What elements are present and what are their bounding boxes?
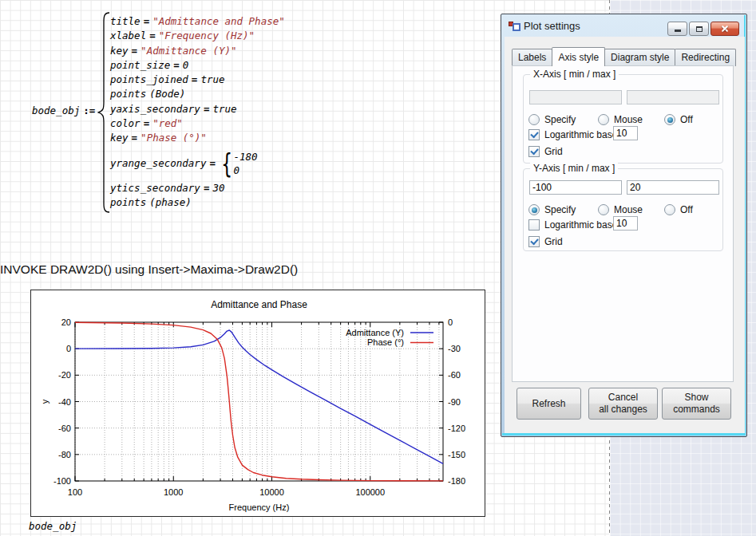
maximize-button[interactable] (689, 22, 709, 36)
x-axis-group: X-Axis [ min / max ] Specify Mouse Off (523, 74, 723, 164)
refresh-button[interactable]: Refresh (517, 388, 581, 420)
svg-text:0: 0 (448, 317, 453, 327)
tab-labels[interactable]: Labels (512, 49, 552, 66)
def-line-title: title="Admittance and Phase" (110, 14, 285, 29)
axis-style-tabpage: X-Axis [ min / max ] Specify Mouse Off (512, 65, 734, 382)
x-grid-checkbox[interactable]: Grid (528, 146, 563, 156)
svg-text:-60: -60 (58, 424, 71, 433)
y-off-radio[interactable]: Off (664, 204, 693, 215)
checkbox-icon (528, 236, 540, 247)
radio-icon (528, 204, 540, 215)
svg-text:Admittance and Phase: Admittance and Phase (211, 299, 307, 310)
svg-text:Phase (°): Phase (°) (367, 337, 404, 347)
definition-lines: title="Admittance and Phase" xlabel="Fre… (110, 14, 285, 210)
def-line-ytics-secondary: ytics_secondary=30 (110, 181, 285, 195)
dialog-title: Plot settings (524, 20, 580, 32)
close-button[interactable] (710, 22, 739, 36)
x-specify-radio[interactable]: Specify (528, 114, 576, 124)
radio-icon (598, 114, 609, 125)
result-expression[interactable]: bode_obj (29, 520, 77, 532)
svg-text:Admittance (Y): Admittance (Y) (346, 328, 404, 337)
y-grid-checkbox[interactable]: Grid (528, 236, 563, 246)
radio-icon (528, 114, 540, 125)
radio-icon (664, 114, 675, 125)
assign-operator: := (80, 104, 95, 116)
svg-text:0: 0 (66, 344, 71, 353)
tab-redirecting[interactable]: Redirecting (675, 49, 736, 66)
def-line-pointsize: point_size=0 (110, 58, 285, 73)
minimize-button[interactable] (667, 22, 687, 36)
svg-text:100000: 100000 (355, 487, 385, 497)
radio-icon (664, 204, 675, 215)
checkbox-icon (528, 219, 540, 231)
checkbox-icon (528, 146, 540, 157)
definition-variable: bode_obj (32, 104, 80, 116)
y-logarithmic-checkbox[interactable]: Logarithmic base (528, 219, 617, 230)
x-log-base-input[interactable] (613, 126, 638, 140)
svg-text:-180: -180 (448, 476, 465, 486)
def-line-yrange-secondary: yrange_secondary= { -1800 (110, 146, 285, 181)
minimize-icon (675, 30, 681, 32)
svg-text:-60: -60 (448, 370, 461, 380)
close-icon (721, 25, 729, 33)
def-line-points-bode: points(Bode) (110, 87, 285, 101)
def-line-color: color="red" (110, 116, 285, 131)
x-max-input[interactable] (627, 90, 719, 104)
y-axis-group: Y-Axis [ min / max ] Specify Mouse Off (523, 168, 723, 251)
svg-text:-30: -30 (448, 344, 461, 353)
svg-text:Frequency (Hz): Frequency (Hz) (229, 503, 290, 512)
svg-text:-150: -150 (448, 450, 465, 459)
tab-strip: Labels Axis style Diagram style Redirect… (512, 49, 735, 66)
svg-text:100: 100 (68, 487, 82, 497)
y-max-input[interactable] (627, 180, 719, 195)
x-off-radio[interactable]: Off (664, 114, 693, 124)
dialog-titlebar[interactable]: Plot settings (501, 14, 746, 37)
svg-text:y: y (40, 399, 49, 404)
y-specify-radio[interactable]: Specify (528, 204, 576, 215)
definition-lhs: bode_obj:= (32, 104, 95, 116)
y-min-input[interactable] (529, 180, 622, 195)
svg-text:-40: -40 (58, 397, 71, 407)
x-mouse-radio[interactable]: Mouse (598, 114, 643, 124)
def-line-xlabel: xlabel="Frequency (Hz)" (110, 29, 285, 43)
svg-text:-100: -100 (53, 476, 71, 486)
dialog-client-area: Labels Axis style Diagram style Redirect… (505, 37, 745, 433)
svg-text:-80: -80 (58, 450, 71, 459)
bode-chart-svg: 200-20-40-60-80-1000-30-60-90-120-150-18… (31, 290, 483, 514)
def-line-key2: key="Phase (°)" (110, 131, 285, 145)
svg-text:1000: 1000 (164, 487, 183, 497)
plot-settings-dialog: Plot settings Labels Axis style Diagram … (501, 14, 747, 437)
svg-text:-120: -120 (448, 424, 465, 433)
checkbox-icon (528, 129, 540, 140)
def-line-pointsjoined: points_joined=true (110, 73, 285, 87)
y-axis-group-label: Y-Axis [ min / max ] (530, 163, 618, 174)
x-logarithmic-checkbox[interactable]: Logarithmic base (528, 129, 617, 140)
invoke-draw2d-text[interactable]: INVOKE DRAW2D() using Insert->Maxima->Dr… (0, 262, 298, 277)
maximize-icon (696, 26, 703, 32)
svg-text:20: 20 (61, 317, 71, 327)
radio-icon (598, 204, 609, 215)
x-axis-group-label: X-Axis [ min / max ] (530, 69, 619, 80)
svg-text:-20: -20 (58, 370, 71, 380)
cancel-all-changes-button[interactable]: Cancel all changes (588, 388, 658, 420)
svg-text:-90: -90 (448, 397, 461, 407)
y-log-base-input[interactable] (613, 216, 638, 231)
y-mouse-radio[interactable]: Mouse (598, 204, 643, 215)
bode-plot-object[interactable]: 200-20-40-60-80-1000-30-60-90-120-150-18… (30, 290, 485, 517)
show-commands-button[interactable]: Show commands (662, 388, 731, 420)
def-line-points-phase: points(phase) (110, 195, 285, 210)
tab-diagram-style[interactable]: Diagram style (604, 49, 675, 66)
def-line-key1: key="Admittance (Y)" (110, 44, 285, 58)
svg-text:10000: 10000 (259, 487, 284, 497)
x-min-input[interactable] (529, 90, 622, 104)
form-icon (509, 20, 521, 32)
range-brace: { (222, 150, 232, 177)
tab-axis-style[interactable]: Axis style (552, 47, 605, 66)
def-line-yaxis-secondary: yaxis_secondary=true (110, 102, 285, 116)
